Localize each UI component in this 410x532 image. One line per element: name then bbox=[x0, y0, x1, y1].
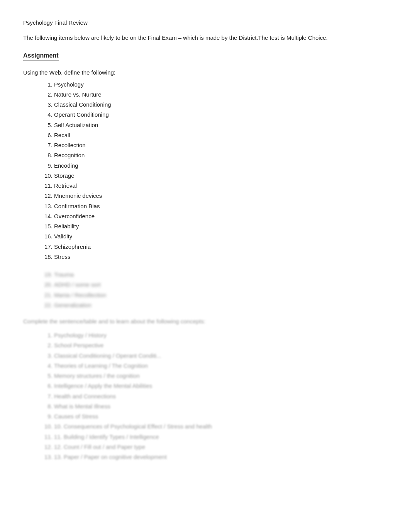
list-item: Mnemonic devices bbox=[54, 191, 387, 201]
list-item: Operant Conditioning bbox=[54, 110, 387, 120]
list-item: Reliability bbox=[54, 221, 387, 231]
list-item: Nature vs. Nurture bbox=[54, 90, 387, 100]
list-item: Recollection bbox=[54, 140, 387, 150]
list-item: Encoding bbox=[54, 161, 387, 171]
list-item: 12. Count / Fill out / and Paper type bbox=[54, 442, 387, 452]
define-list: Psychology Nature vs. Nurture Classical … bbox=[23, 80, 387, 262]
list-item: Psychology / History bbox=[54, 330, 387, 340]
list-item: 11. Building / Identify Types / Intellig… bbox=[54, 432, 387, 442]
list-item: ADHD / some sort bbox=[54, 280, 387, 290]
list-item: Overconfidence bbox=[54, 211, 387, 221]
blurred-instruction: Complete the sentence/table and to learn… bbox=[23, 318, 387, 325]
blurred-list-1: Trauma ADHD / some sort Mania / Recollec… bbox=[23, 270, 387, 310]
list-item: Theories of Learning / The Cognition bbox=[54, 361, 387, 371]
assignment-label: Assignment bbox=[23, 52, 59, 61]
list-item: Stress bbox=[54, 252, 387, 262]
list-item: Storage bbox=[54, 171, 387, 181]
list-item: Recall bbox=[54, 130, 387, 140]
list-item: Self Actualization bbox=[54, 120, 387, 130]
list-item: 13. Paper / Paper on cognitive developme… bbox=[54, 452, 387, 462]
list-item: What is Mental Illness bbox=[54, 401, 387, 411]
list-item: School Perspective bbox=[54, 340, 387, 350]
list-item: Psychology bbox=[54, 80, 387, 90]
list-item: Recognition bbox=[54, 150, 387, 160]
list-item: Generalization bbox=[54, 300, 387, 310]
list-item: Confirmation Bias bbox=[54, 201, 387, 211]
using-web-text: Using the Web, define the following: bbox=[23, 69, 387, 76]
list-item: Health and Connections bbox=[54, 391, 387, 401]
blurred-section-1: Trauma ADHD / some sort Mania / Recollec… bbox=[23, 270, 387, 310]
blurred-list-2: Psychology / History School Perspective … bbox=[23, 330, 387, 462]
page-title: Psychology Final Review bbox=[23, 19, 387, 26]
list-item: Schizophrenia bbox=[54, 242, 387, 252]
list-item: Mania / Recollection bbox=[54, 290, 387, 300]
list-item: Trauma bbox=[54, 270, 387, 280]
list-item: Classical Conditioning / Operant Conditi… bbox=[54, 351, 387, 361]
list-item: Causes of Stress bbox=[54, 411, 387, 422]
list-item: 10. Consequences of Psychological Effect… bbox=[54, 422, 387, 432]
list-item: Validity bbox=[54, 231, 387, 241]
intro-text: The following items below are likely to … bbox=[23, 34, 387, 42]
list-item: Memory structures / the cognition bbox=[54, 371, 387, 381]
list-item: Retrieval bbox=[54, 181, 387, 191]
list-item: Intelligence / Apply the Mental Abilitie… bbox=[54, 381, 387, 391]
list-item: Classical Conditioning bbox=[54, 100, 387, 110]
